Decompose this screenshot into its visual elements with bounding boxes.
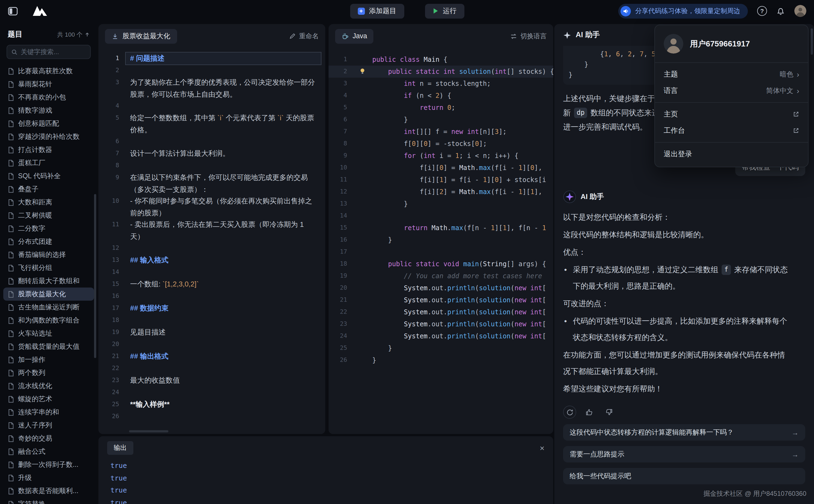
code-line: 25 } (329, 342, 553, 354)
sidebar-item[interactable]: 字符替换 (3, 497, 94, 504)
code-editor[interactable]: 1public class Main {2 public static int … (329, 48, 553, 366)
sidebar-item[interactable]: 蛋糕工厂 (3, 156, 94, 169)
sidebar-item[interactable]: 火车站选址 (3, 327, 94, 340)
document-icon (8, 395, 14, 403)
switch-language-button[interactable]: 切换语言 (510, 31, 547, 41)
sidebar-item[interactable]: 打点计数器 (3, 143, 94, 156)
menu-item-theme[interactable]: 主题 暗色› (655, 66, 808, 83)
sidebar-item-label: 货船载货量的最大值 (18, 342, 80, 351)
sidebar-item[interactable]: 分布式团建 (3, 235, 94, 248)
sidebar-item[interactable]: 穿越沙漠的补给次数 (3, 130, 94, 143)
markdown-line: 4 (98, 100, 325, 112)
sidebar-toggle-button[interactable] (8, 6, 18, 16)
document-icon (8, 251, 14, 258)
sidebar-item[interactable]: 大数和距离 (3, 196, 94, 209)
sidebar-item[interactable]: 连续字串的和 (3, 406, 94, 419)
horizontal-scrollbar[interactable] (129, 430, 168, 432)
ai-panel-title: AI 助手 (576, 30, 600, 40)
sidebar-item-label: 叠盘子 (18, 184, 39, 194)
theme-value: 暗色 (780, 70, 793, 79)
promo-badge[interactable]: 分享代码练习体验，领限量定制周边 (618, 4, 748, 18)
sidebar-item[interactable]: 二分数字 (3, 222, 94, 235)
user-menu: 用户6759661917 主题 暗色› 语言 简体中文› 主页 工作台 退出登录 (654, 25, 809, 167)
thumbs-up-button[interactable] (583, 406, 596, 419)
code-line: 11 f[i][1] = f[i - 1][0] + stocks[i (329, 174, 553, 186)
code-panel-header: Java 切换语言 (329, 24, 553, 48)
search-input[interactable]: 关键字搜索... (7, 45, 91, 59)
user-avatar[interactable] (794, 5, 806, 17)
run-button[interactable]: 运行 (425, 4, 464, 18)
sidebar-item-label: 番茄编辑的选择 (18, 250, 66, 259)
sidebar-item[interactable]: 古生物血缘远近判断 (3, 301, 94, 314)
add-problem-button[interactable]: + 添加题目 (350, 4, 404, 18)
sidebar-item[interactable]: 和为偶数的数字组合 (3, 314, 94, 327)
sidebar-item[interactable]: 翻转后最大子数组和 (3, 274, 94, 288)
output-line: true (110, 460, 553, 472)
markdown-line: 23最大的收益数值 (98, 374, 325, 386)
regenerate-button[interactable] (563, 406, 576, 419)
menu-item-workspace[interactable]: 工作台 (655, 122, 808, 139)
close-icon[interactable]: × (540, 444, 544, 452)
sidebar-item[interactable]: 奇妙的交易 (3, 432, 94, 445)
sidebar-item[interactable]: 融合公式 (3, 445, 94, 458)
sidebar-item[interactable]: 不再喜欢的小包 (3, 91, 94, 104)
sidebar-item[interactable]: 两个数列 (3, 366, 94, 379)
thumbs-down-button[interactable] (602, 406, 616, 419)
sidebar-item[interactable]: 流水线优化 (3, 379, 94, 392)
ai-scrollbar[interactable] (811, 28, 813, 55)
sidebar-item[interactable]: 删除一次得到子数... (3, 458, 94, 471)
document-icon (8, 343, 14, 350)
code-line: 20 System.out.println(solution(new int[ (329, 282, 553, 294)
document-icon (8, 330, 14, 337)
sidebar-item[interactable]: 股票收益最大化 (3, 288, 94, 301)
rename-button[interactable]: 重命名 (289, 31, 319, 41)
ai-message-actions (563, 406, 805, 419)
sidebar-item-label: 股票收益最大化 (18, 289, 66, 299)
sidebar-item[interactable]: 叠盘子 (3, 183, 94, 196)
sidebar-item[interactable]: 加一操作 (3, 353, 94, 366)
document-icon (8, 81, 14, 88)
sidebar-item[interactable]: 迷人子序列 (3, 419, 94, 432)
output-tab[interactable]: 输出 (107, 441, 133, 455)
document-icon (8, 291, 14, 298)
sidebar-item[interactable]: 螺旋的艺术 (3, 392, 94, 406)
suggestion-chip[interactable]: 这段代码中状态转移方程的计算逻辑能再解释一下吗？ → (563, 424, 805, 441)
sidebar-item[interactable]: 货船载货量的最大值 (3, 340, 94, 353)
sidebar-item[interactable]: 数据表是否能顺利... (3, 484, 94, 497)
lightbulb-icon[interactable] (359, 68, 366, 75)
menu-item-home[interactable]: 主页 (655, 106, 808, 122)
suggestion-chip[interactable]: 给我一些代码提示吧 (563, 468, 805, 484)
sidebar-item[interactable]: 创意标题匹配 (3, 117, 94, 130)
menu-item-logout[interactable]: 退出登录 (655, 146, 808, 162)
sidebar-item-label: 和为偶数的数字组合 (18, 316, 80, 325)
markdown-editor[interactable]: 1# 问题描述23为了奖励你在上个季度的优秀表现，公司决定发给你一部分股票，你可… (98, 48, 325, 423)
problem-title-tab[interactable]: 股票收益最大化 (105, 29, 177, 43)
help-button[interactable]: ? (757, 6, 767, 16)
notifications-button[interactable] (776, 7, 785, 15)
username: 用户6759661917 (690, 39, 750, 49)
document-icon (8, 159, 14, 166)
thumbs-up-icon (585, 408, 593, 416)
markdown-line: 13## 输入格式 (98, 254, 325, 266)
markdown-line: 12 (98, 242, 325, 254)
sidebar-item[interactable]: 暴雨梨花针 (3, 78, 94, 91)
document-icon (8, 212, 14, 219)
theme-label: 主题 (664, 69, 678, 79)
markdown-line: 25**输入样例** (98, 398, 325, 411)
sidebar-item[interactable]: 飞行棋分组 (3, 261, 94, 274)
divider (655, 142, 808, 143)
suggestion-chip[interactable]: 需要一点思路提示 → (563, 446, 805, 462)
app-logo[interactable] (31, 5, 49, 17)
sidebar-item[interactable]: SQL 代码补全 (3, 169, 94, 183)
menu-item-language[interactable]: 语言 简体中文› (655, 83, 808, 99)
sidebar-item[interactable]: 番茄编辑的选择 (3, 248, 94, 261)
sidebar-item[interactable]: 升级 (3, 471, 94, 484)
sidebar-scrollbar[interactable] (94, 194, 96, 358)
topbar: + 添加题目 运行 分享代码练习体验，领限量定制周边 ? (0, 0, 814, 22)
sidebar-item[interactable]: 猜数字游戏 (3, 104, 94, 117)
document-icon (8, 238, 14, 245)
language-tab[interactable]: Java (335, 29, 374, 43)
sidebar-item[interactable]: 二叉树供暖 (3, 209, 94, 222)
sidebar-item-label: 删除一次得到子数... (18, 460, 78, 469)
sidebar-item[interactable]: 比赛最高获胜次数 (3, 65, 94, 78)
